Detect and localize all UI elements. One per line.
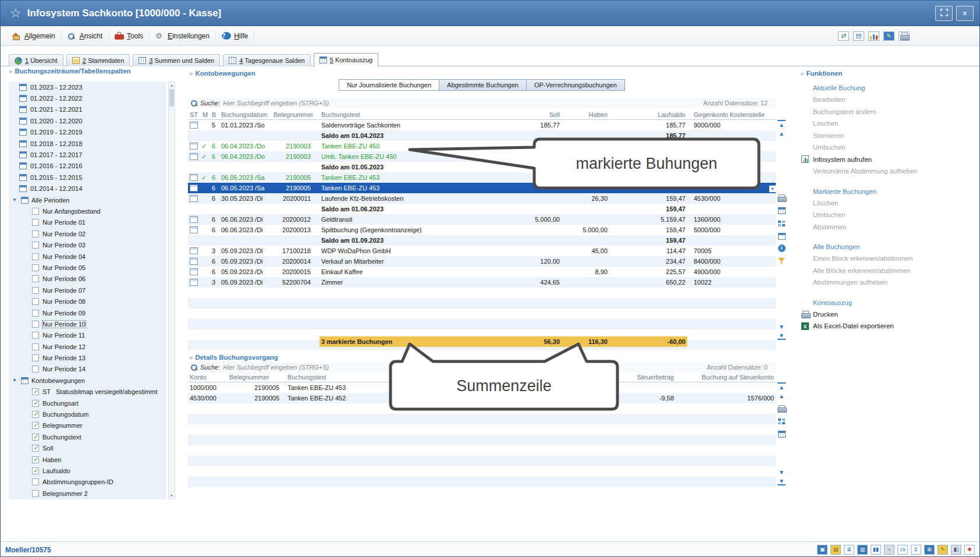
menu-item[interactable]: Hilfe <box>216 30 254 42</box>
period-item[interactable]: 01.2021 - 12.2021 <box>9 104 166 115</box>
tab[interactable]: 2 Stammdaten <box>66 54 130 66</box>
tree-node-alle-perioden[interactable]: ▼ Alle Perioden <box>9 194 166 205</box>
table-row[interactable]: 3 05.09.2023 /Di 17100218 WDP WoDaPhon G… <box>188 246 776 256</box>
print-icon[interactable] <box>777 194 786 201</box>
period-item[interactable]: 01.2016 - 12.2016 <box>9 161 166 172</box>
table-row[interactable]: Saldo am 01.04.2023 185,77 ▾ <box>188 130 776 141</box>
journal-edit-icon[interactable] <box>883 31 894 41</box>
notes-icon[interactable]: ▤ <box>830 545 841 555</box>
scroll-up-icon[interactable] <box>777 392 786 400</box>
chart-icon[interactable] <box>868 31 879 41</box>
scroll-to-top-icon[interactable] <box>777 382 786 391</box>
favorite-star-icon[interactable]: ☆ <box>10 6 22 21</box>
filter-funnel-icon[interactable] <box>777 257 786 265</box>
column-option[interactable]: Laufsaldo <box>9 465 166 476</box>
table-row[interactable]: ✓ 6 06.04.2023 /Do 2190003 Umb. Tanken E… <box>188 151 776 162</box>
checkbox[interactable] <box>32 388 39 395</box>
function-item[interactable]: Verbundene Abstimmung aufheben <box>798 165 975 178</box>
tiles-icon[interactable] <box>778 221 785 227</box>
table-layout-icon[interactable] <box>778 431 786 438</box>
detail-row[interactable]: 1000/000 2190005 Tanken EBE-ZU 453 <box>188 382 776 393</box>
checkbox[interactable] <box>32 242 39 249</box>
checkbox[interactable] <box>32 208 39 215</box>
table-layout-icon[interactable] <box>778 207 786 214</box>
scrollbar-thumb[interactable] <box>169 89 174 107</box>
period-option[interactable]: Nur Periode 01 <box>9 217 166 228</box>
tab[interactable]: 4 Tagesgenaue Salden <box>223 54 310 66</box>
period-option[interactable]: Nur Periode 10 <box>9 318 166 329</box>
table-row[interactable]: Saldo am 01.05.2023 ▾ <box>188 162 776 172</box>
table-icon[interactable]: ▥ <box>857 545 868 555</box>
detail-row[interactable]: 4530/000 2190005 Tanken EBE-ZU 452 19,00… <box>188 393 776 403</box>
print-icon[interactable] <box>777 405 786 412</box>
checkbox[interactable] <box>32 366 39 372</box>
column-option[interactable]: Buchungstext <box>9 431 166 442</box>
filter-button[interactable]: OP-Verrechnungsbuchungen <box>527 79 625 91</box>
table-row[interactable]: 5 01.01.2023 /So Saldenvorträge Sachkont… <box>188 120 776 130</box>
column-option[interactable]: Buchungsart <box>9 398 166 409</box>
menu-item[interactable]: Einstellungen <box>150 30 216 42</box>
export-icon[interactable] <box>838 31 849 41</box>
table-row[interactable]: 6 30.05.2023 /Di 20200011 Laufende Kfz-B… <box>188 193 776 204</box>
function-item[interactable]: Infosystem aufrufen <box>798 154 975 166</box>
table-view-icon[interactable] <box>853 31 864 41</box>
period-item[interactable]: 01.2020 - 12.2020 <box>9 115 166 126</box>
scroll-down-icon[interactable]: ▼ <box>169 492 175 499</box>
checkbox[interactable] <box>32 467 39 474</box>
sum-icon[interactable]: Σ <box>911 545 921 555</box>
list-icon[interactable]: ≣ <box>844 545 854 555</box>
row-dropdown-button[interactable]: ▾ <box>769 185 776 193</box>
function-item[interactable]: Löschen <box>798 197 975 210</box>
sqrt-icon[interactable]: √x <box>897 545 908 555</box>
chart-icon[interactable]: ▮▮ <box>871 545 881 555</box>
tiles-icon[interactable] <box>778 418 785 425</box>
checkbox[interactable] <box>32 332 39 339</box>
period-option[interactable]: Nur Periode 05 <box>9 262 166 273</box>
table-row[interactable]: Saldo am 01.06.2023 159,47 ▾ <box>188 204 776 214</box>
alert-icon[interactable]: ✱ <box>964 545 975 555</box>
period-option[interactable]: Nur Periode 03 <box>9 239 166 250</box>
checkbox[interactable] <box>32 422 39 429</box>
calculator-icon[interactable]: = <box>884 545 894 555</box>
checkbox[interactable] <box>32 445 39 452</box>
calendar-icon[interactable] <box>778 233 786 240</box>
checkbox[interactable] <box>32 456 39 463</box>
checkbox[interactable] <box>32 434 39 441</box>
period-option[interactable]: Nur Periode 06 <box>9 274 166 285</box>
checkbox[interactable] <box>32 490 39 497</box>
table-row[interactable]: 6 06.06.2023 /Di 20200013 Spiltbuchung (… <box>188 225 776 235</box>
column-option[interactable]: Belegnummer <box>9 420 166 431</box>
checkbox[interactable] <box>32 478 39 485</box>
maximize-button[interactable] <box>935 6 953 21</box>
column-option[interactable]: Abstimmungsgruppen-ID <box>9 477 166 488</box>
checkbox[interactable] <box>32 321 39 328</box>
period-option[interactable]: Nur Anfangsbestand <box>9 205 166 217</box>
column-option[interactable]: ST Statusbitmap versiegelt/abgestimmt <box>9 386 166 398</box>
checkbox[interactable] <box>32 219 39 226</box>
function-item[interactable]: Buchungstext ändern <box>798 106 975 118</box>
menu-item[interactable]: Tools <box>109 30 150 42</box>
period-option[interactable]: Nur Periode 02 <box>9 228 166 239</box>
table-row[interactable]: ✓ 6 06.04.2023 /Do 2190003 Tanken EBE-ZU… <box>188 141 776 151</box>
scroll-to-top-icon[interactable] <box>777 120 786 128</box>
collapse-arrow-icon[interactable]: ▼ <box>12 197 18 203</box>
split-icon[interactable]: ◧ <box>951 545 961 555</box>
edit-icon[interactable]: ✎ <box>938 545 948 555</box>
function-item[interactable]: Als Excel-Datei exportieren <box>798 320 975 332</box>
filter-button[interactable]: Abgestimmte Buchungen <box>439 79 527 91</box>
tab[interactable]: 3 Summen und Salden <box>133 54 220 66</box>
tree-node-kontobewegungen[interactable]: ▼ Kontobewegungen <box>9 375 166 386</box>
menu-item[interactable]: Ansicht <box>62 30 109 42</box>
scroll-to-bottom-icon[interactable] <box>777 477 786 485</box>
table-row[interactable]: 6 05.09.2023 /Di 20200014 Verkauf an Mit… <box>188 256 776 267</box>
scroll-down-icon[interactable] <box>777 323 786 331</box>
function-item[interactable]: Umbuchen <box>798 141 975 154</box>
period-option[interactable]: Nur Periode 13 <box>9 352 166 363</box>
checkbox[interactable] <box>32 253 39 260</box>
tab[interactable]: 1 Übersicht <box>9 54 63 66</box>
scroll-down-icon[interactable] <box>777 469 786 477</box>
checkbox[interactable] <box>32 343 39 350</box>
close-button[interactable]: × <box>956 6 974 21</box>
column-option[interactable]: Belegnummer 2 <box>9 488 166 499</box>
details-search-bar[interactable]: Suche: Hier Suchbegriff eingeben (STRG+S… <box>188 362 776 372</box>
